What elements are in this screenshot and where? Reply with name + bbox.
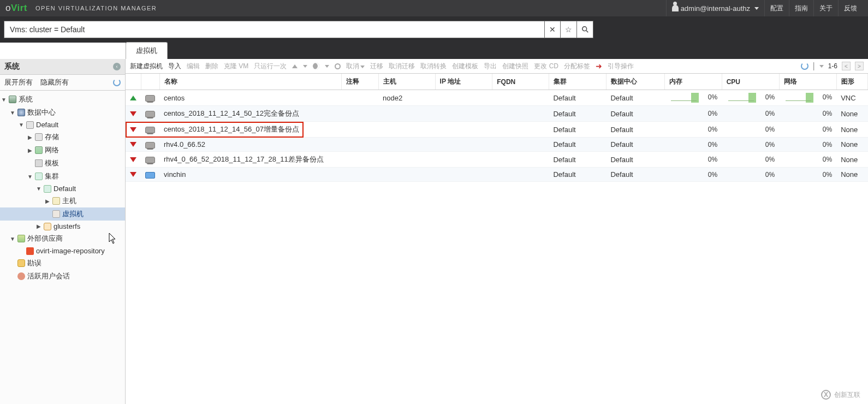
tree-glusterfs[interactable]: ▶glusterfs: [0, 221, 125, 232]
suspend-icon[interactable]: [313, 63, 319, 69]
tree-datacenters[interactable]: ▼数据中心: [0, 106, 125, 119]
chevron-down-icon: [754, 7, 759, 10]
host-cell: [378, 168, 435, 182]
net-cell: 0%: [779, 168, 836, 182]
search-clear-button[interactable]: ✕: [544, 21, 561, 38]
assign-tag-button[interactable]: 分配标签: [564, 62, 590, 71]
header-link-feedback[interactable]: 反馈: [839, 0, 863, 16]
tree-label: 主机: [62, 196, 76, 206]
tree-default-dc[interactable]: ▼Default: [0, 119, 125, 130]
tab-vms[interactable]: 虚拟机: [126, 42, 168, 59]
refresh-menu-icon[interactable]: [819, 65, 824, 68]
clone-vm-button[interactable]: 克隆 VM: [224, 62, 248, 71]
col-header[interactable]: FQDN: [492, 74, 549, 90]
dc-cell: Default: [606, 168, 664, 182]
cancel-text[interactable]: 取消: [346, 62, 365, 71]
table-row[interactable]: centos_2018_11_12_14_50_12完全备份点DefaultDe…: [126, 106, 868, 122]
tree-storage[interactable]: ▶存储: [0, 130, 125, 144]
migrate-button[interactable]: 迁移: [370, 62, 383, 71]
tree-system[interactable]: ▼系统: [0, 93, 125, 106]
guide-button[interactable]: 引导操作: [608, 62, 634, 71]
expand-all-link[interactable]: 展开所有: [4, 78, 33, 87]
search-go-button[interactable]: [577, 21, 593, 38]
col-header[interactable]: CPU: [722, 74, 779, 90]
name-cell: centos: [159, 90, 341, 106]
tree-providers[interactable]: ▼外部供应商: [0, 232, 125, 245]
run-dropdown-icon[interactable]: [303, 65, 307, 68]
import-button[interactable]: 导入: [168, 62, 181, 71]
chevron-down-icon: [360, 66, 365, 68]
sidebar-collapse-icon[interactable]: ‹: [113, 63, 121, 70]
cancel-migrate-button[interactable]: 取消迁移: [389, 62, 415, 71]
col-header[interactable]: 注释: [341, 74, 378, 90]
dc-cell: Default: [606, 138, 664, 152]
host-cell: [378, 106, 435, 122]
collapse-all-link[interactable]: 隐藏所有: [40, 78, 69, 87]
table-row[interactable]: vinchinDefaultDefault0%0%0%None: [126, 168, 868, 182]
make-template-button[interactable]: 创建模板: [452, 62, 478, 71]
delete-button[interactable]: 删除: [205, 62, 218, 71]
tree-label: 勘误: [27, 258, 41, 268]
cluster-icon: [44, 185, 51, 193]
table-row[interactable]: centosnode2DefaultDefault0%0%0%VNC: [126, 90, 868, 106]
col-header[interactable]: 网络: [779, 74, 836, 90]
col-header[interactable]: 图形: [836, 74, 867, 90]
tree-clusters[interactable]: ▼集群: [0, 170, 125, 183]
tree-errata[interactable]: 勘误: [0, 257, 125, 270]
dc-cell: Default: [606, 122, 664, 138]
new-vm-button[interactable]: 新建虚拟机: [130, 62, 163, 71]
tree-network[interactable]: ▶网络: [0, 144, 125, 157]
col-header[interactable]: 名称: [159, 74, 341, 90]
search-input[interactable]: [4, 21, 544, 38]
tree-host[interactable]: ▶主机: [0, 194, 125, 207]
col-header[interactable]: [126, 74, 141, 90]
table-row[interactable]: rhv4.0_66.52DefaultDefault0%0%0%None: [126, 138, 868, 152]
col-header[interactable]: 集群: [549, 74, 606, 90]
page-next-button[interactable]: >: [855, 62, 864, 70]
export-button[interactable]: 导出: [484, 62, 497, 71]
mem-cell: 0%: [664, 122, 722, 138]
person-icon: [672, 5, 679, 11]
mem-cell: 0%: [664, 152, 722, 168]
stop-icon[interactable]: [335, 63, 341, 69]
header-link-config[interactable]: 配置: [765, 0, 789, 16]
toolbar-refresh-icon[interactable]: [801, 62, 808, 70]
search-bookmark-button[interactable]: ☆: [561, 21, 577, 38]
cancel-convert-button[interactable]: 取消转换: [420, 62, 447, 71]
sidebar-title: 系统: [4, 62, 20, 72]
page-prev-button[interactable]: <: [842, 62, 851, 70]
tree-default-cluster[interactable]: ▼Default: [0, 183, 125, 194]
table-row[interactable]: rhv4_0_66_52_2018_11_12_17_28_11差异备份点Def…: [126, 152, 868, 168]
tree-label: 存储: [45, 132, 59, 142]
user-menu[interactable]: admin@internal-authz: [666, 0, 765, 16]
col-header[interactable]: 主机: [378, 74, 435, 90]
edit-button[interactable]: 编辑: [187, 62, 200, 71]
run-once-button[interactable]: 只运行一次: [254, 62, 287, 71]
net-cell: 0%: [779, 90, 836, 106]
header-link-about[interactable]: 关于: [814, 0, 839, 16]
tree-vm[interactable]: 虚拟机: [0, 207, 125, 221]
header-link-guide[interactable]: 指南: [789, 0, 814, 16]
col-header[interactable]: 数据中心: [606, 74, 664, 90]
sidebar: 系统 ‹ 展开所有 隐藏所有 ▼系统 ▼数据中心 ▼Default ▶存储 ▶网…: [0, 59, 126, 404]
tree-template[interactable]: 模板: [0, 157, 125, 170]
gfx-cell: VNC: [836, 90, 867, 106]
status-down-icon: [130, 127, 136, 132]
col-header[interactable]: IP 地址: [435, 74, 492, 90]
gfx-cell: None: [836, 168, 867, 182]
table-row[interactable]: centos_2018_11_12_14_56_07增量备份点DefaultDe…: [126, 122, 868, 138]
change-cd-button[interactable]: 更改 CD: [534, 62, 558, 71]
sparkline-icon: [726, 93, 756, 103]
shutdown-dropdown-icon[interactable]: [325, 65, 329, 68]
sep-icon: |: [813, 61, 815, 71]
cluster-cell: Default: [549, 152, 606, 168]
tree-sessions[interactable]: 活跃用户会话: [0, 270, 125, 283]
ip-cell: [435, 138, 492, 152]
run-icon[interactable]: [292, 64, 298, 68]
snapshot-button[interactable]: 创建快照: [502, 62, 528, 71]
col-header[interactable]: [141, 74, 159, 90]
status-down-icon: [130, 111, 136, 116]
refresh-icon[interactable]: [113, 79, 121, 86]
tree-repo[interactable]: ovirt-image-repository: [0, 245, 125, 257]
col-header[interactable]: 内存: [664, 74, 722, 90]
